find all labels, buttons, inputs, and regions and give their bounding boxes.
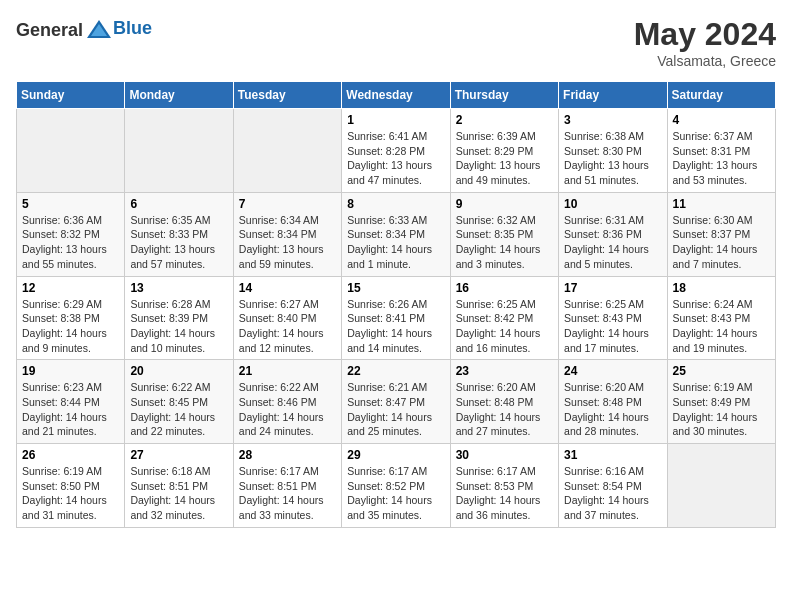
day-info: Sunrise: 6:23 AMSunset: 8:44 PMDaylight:…: [22, 380, 119, 439]
day-info: Sunrise: 6:33 AMSunset: 8:34 PMDaylight:…: [347, 213, 444, 272]
header-day: Wednesday: [342, 82, 450, 109]
day-info: Sunrise: 6:41 AMSunset: 8:28 PMDaylight:…: [347, 129, 444, 188]
day-info: Sunrise: 6:20 AMSunset: 8:48 PMDaylight:…: [456, 380, 553, 439]
header-day: Saturday: [667, 82, 775, 109]
day-info: Sunrise: 6:17 AMSunset: 8:51 PMDaylight:…: [239, 464, 336, 523]
day-info: Sunrise: 6:20 AMSunset: 8:48 PMDaylight:…: [564, 380, 661, 439]
day-number: 9: [456, 197, 553, 211]
calendar-day-cell: [667, 444, 775, 528]
calendar-day-cell: 1Sunrise: 6:41 AMSunset: 8:28 PMDaylight…: [342, 109, 450, 193]
calendar-day-cell: 14Sunrise: 6:27 AMSunset: 8:40 PMDayligh…: [233, 276, 341, 360]
calendar-week-row: 5Sunrise: 6:36 AMSunset: 8:32 PMDaylight…: [17, 192, 776, 276]
day-number: 18: [673, 281, 770, 295]
calendar-day-cell: 26Sunrise: 6:19 AMSunset: 8:50 PMDayligh…: [17, 444, 125, 528]
day-info: Sunrise: 6:25 AMSunset: 8:43 PMDaylight:…: [564, 297, 661, 356]
day-number: 28: [239, 448, 336, 462]
calendar-day-cell: 16Sunrise: 6:25 AMSunset: 8:42 PMDayligh…: [450, 276, 558, 360]
calendar-header: SundayMondayTuesdayWednesdayThursdayFrid…: [17, 82, 776, 109]
day-number: 2: [456, 113, 553, 127]
calendar-day-cell: 25Sunrise: 6:19 AMSunset: 8:49 PMDayligh…: [667, 360, 775, 444]
header-day: Tuesday: [233, 82, 341, 109]
day-info: Sunrise: 6:38 AMSunset: 8:30 PMDaylight:…: [564, 129, 661, 188]
day-number: 23: [456, 364, 553, 378]
day-number: 7: [239, 197, 336, 211]
calendar-day-cell: 11Sunrise: 6:30 AMSunset: 8:37 PMDayligh…: [667, 192, 775, 276]
day-number: 16: [456, 281, 553, 295]
calendar-day-cell: 29Sunrise: 6:17 AMSunset: 8:52 PMDayligh…: [342, 444, 450, 528]
day-info: Sunrise: 6:25 AMSunset: 8:42 PMDaylight:…: [456, 297, 553, 356]
page-header: General Blue May 2024 Valsamata, Greece: [16, 16, 776, 69]
calendar-day-cell: 13Sunrise: 6:28 AMSunset: 8:39 PMDayligh…: [125, 276, 233, 360]
day-number: 8: [347, 197, 444, 211]
day-info: Sunrise: 6:30 AMSunset: 8:37 PMDaylight:…: [673, 213, 770, 272]
day-info: Sunrise: 6:32 AMSunset: 8:35 PMDaylight:…: [456, 213, 553, 272]
calendar-day-cell: 6Sunrise: 6:35 AMSunset: 8:33 PMDaylight…: [125, 192, 233, 276]
day-number: 27: [130, 448, 227, 462]
calendar-day-cell: [233, 109, 341, 193]
calendar-day-cell: 3Sunrise: 6:38 AMSunset: 8:30 PMDaylight…: [559, 109, 667, 193]
day-info: Sunrise: 6:19 AMSunset: 8:50 PMDaylight:…: [22, 464, 119, 523]
calendar-day-cell: [125, 109, 233, 193]
day-number: 17: [564, 281, 661, 295]
calendar-subtitle: Valsamata, Greece: [634, 53, 776, 69]
day-number: 21: [239, 364, 336, 378]
day-info: Sunrise: 6:24 AMSunset: 8:43 PMDaylight:…: [673, 297, 770, 356]
logo-general-text: General: [16, 20, 83, 41]
calendar-body: 1Sunrise: 6:41 AMSunset: 8:28 PMDaylight…: [17, 109, 776, 528]
day-info: Sunrise: 6:27 AMSunset: 8:40 PMDaylight:…: [239, 297, 336, 356]
logo-blue-text: Blue: [113, 18, 152, 39]
day-number: 26: [22, 448, 119, 462]
day-number: 19: [22, 364, 119, 378]
logo: General Blue: [16, 16, 152, 44]
calendar-day-cell: 19Sunrise: 6:23 AMSunset: 8:44 PMDayligh…: [17, 360, 125, 444]
calendar-day-cell: 4Sunrise: 6:37 AMSunset: 8:31 PMDaylight…: [667, 109, 775, 193]
calendar-day-cell: 15Sunrise: 6:26 AMSunset: 8:41 PMDayligh…: [342, 276, 450, 360]
calendar-day-cell: 20Sunrise: 6:22 AMSunset: 8:45 PMDayligh…: [125, 360, 233, 444]
day-info: Sunrise: 6:16 AMSunset: 8:54 PMDaylight:…: [564, 464, 661, 523]
day-info: Sunrise: 6:17 AMSunset: 8:52 PMDaylight:…: [347, 464, 444, 523]
header-day: Sunday: [17, 82, 125, 109]
day-number: 12: [22, 281, 119, 295]
calendar-day-cell: 27Sunrise: 6:18 AMSunset: 8:51 PMDayligh…: [125, 444, 233, 528]
calendar-day-cell: 24Sunrise: 6:20 AMSunset: 8:48 PMDayligh…: [559, 360, 667, 444]
day-number: 6: [130, 197, 227, 211]
day-number: 14: [239, 281, 336, 295]
day-number: 25: [673, 364, 770, 378]
calendar-week-row: 19Sunrise: 6:23 AMSunset: 8:44 PMDayligh…: [17, 360, 776, 444]
calendar-day-cell: 2Sunrise: 6:39 AMSunset: 8:29 PMDaylight…: [450, 109, 558, 193]
day-info: Sunrise: 6:22 AMSunset: 8:46 PMDaylight:…: [239, 380, 336, 439]
day-number: 31: [564, 448, 661, 462]
day-info: Sunrise: 6:22 AMSunset: 8:45 PMDaylight:…: [130, 380, 227, 439]
calendar-day-cell: 8Sunrise: 6:33 AMSunset: 8:34 PMDaylight…: [342, 192, 450, 276]
header-row: SundayMondayTuesdayWednesdayThursdayFrid…: [17, 82, 776, 109]
day-info: Sunrise: 6:31 AMSunset: 8:36 PMDaylight:…: [564, 213, 661, 272]
day-number: 20: [130, 364, 227, 378]
calendar-day-cell: 23Sunrise: 6:20 AMSunset: 8:48 PMDayligh…: [450, 360, 558, 444]
title-block: May 2024 Valsamata, Greece: [634, 16, 776, 69]
calendar-day-cell: 28Sunrise: 6:17 AMSunset: 8:51 PMDayligh…: [233, 444, 341, 528]
day-number: 30: [456, 448, 553, 462]
day-number: 24: [564, 364, 661, 378]
day-number: 15: [347, 281, 444, 295]
calendar-day-cell: 12Sunrise: 6:29 AMSunset: 8:38 PMDayligh…: [17, 276, 125, 360]
day-info: Sunrise: 6:35 AMSunset: 8:33 PMDaylight:…: [130, 213, 227, 272]
day-info: Sunrise: 6:19 AMSunset: 8:49 PMDaylight:…: [673, 380, 770, 439]
day-number: 4: [673, 113, 770, 127]
day-number: 11: [673, 197, 770, 211]
day-number: 5: [22, 197, 119, 211]
day-info: Sunrise: 6:39 AMSunset: 8:29 PMDaylight:…: [456, 129, 553, 188]
header-day: Thursday: [450, 82, 558, 109]
logo-icon: [85, 16, 113, 44]
day-number: 3: [564, 113, 661, 127]
calendar-day-cell: 7Sunrise: 6:34 AMSunset: 8:34 PMDaylight…: [233, 192, 341, 276]
day-info: Sunrise: 6:28 AMSunset: 8:39 PMDaylight:…: [130, 297, 227, 356]
day-info: Sunrise: 6:18 AMSunset: 8:51 PMDaylight:…: [130, 464, 227, 523]
calendar-day-cell: 21Sunrise: 6:22 AMSunset: 8:46 PMDayligh…: [233, 360, 341, 444]
calendar-day-cell: [17, 109, 125, 193]
calendar-day-cell: 5Sunrise: 6:36 AMSunset: 8:32 PMDaylight…: [17, 192, 125, 276]
calendar-week-row: 1Sunrise: 6:41 AMSunset: 8:28 PMDaylight…: [17, 109, 776, 193]
day-number: 13: [130, 281, 227, 295]
calendar-day-cell: 9Sunrise: 6:32 AMSunset: 8:35 PMDaylight…: [450, 192, 558, 276]
day-number: 22: [347, 364, 444, 378]
day-number: 29: [347, 448, 444, 462]
